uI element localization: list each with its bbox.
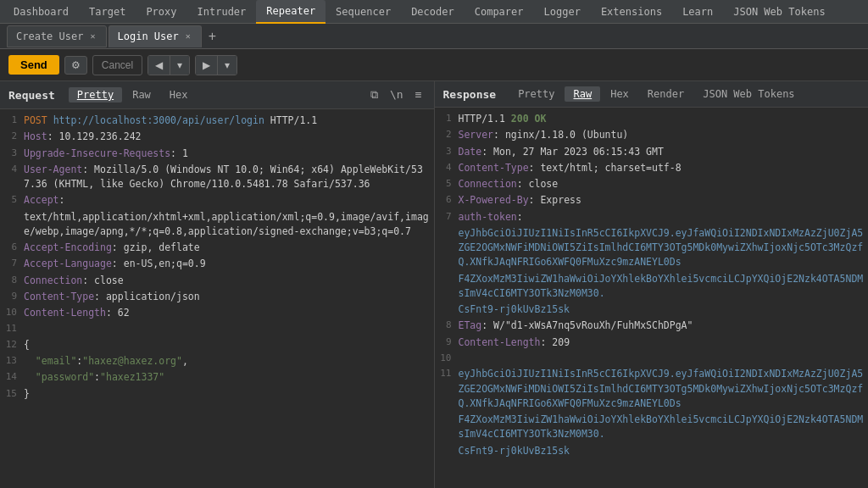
- table-row: 4 Content-Type: text/html; charset=utf-8: [435, 160, 869, 176]
- request-panel-header: Request Pretty Raw Hex ⧉ \n ≡: [0, 81, 434, 109]
- request-panel-content: 1 POST http://localhost:3000/api/user/lo…: [0, 109, 434, 488]
- request-tab-hex[interactable]: Hex: [161, 87, 197, 103]
- tab-login-user-label: Login User: [118, 30, 179, 42]
- table-row: 7 Accept-Language: en-US,en;q=0.9: [0, 256, 434, 272]
- response-tab-hex[interactable]: Hex: [602, 86, 637, 102]
- table-row: F4ZXoxMzM3IiwiZW1haWwiOiJoYXhlekBoYXhlei…: [435, 271, 869, 302]
- nav-dashboard[interactable]: Dashboard: [3, 0, 79, 24]
- toolbar: Send ⚙ Cancel ◀ ▾ ▶ ▾: [0, 49, 868, 81]
- table-row: 8 ETag: W/"d1-xWsA7nq5vRouXh/FuhMxSChDPg…: [435, 318, 869, 334]
- request-tab-pretty[interactable]: Pretty: [69, 87, 122, 103]
- nav-intruder[interactable]: Intruder: [187, 0, 257, 24]
- tab-bar: Create User ✕ Login User ✕ +: [0, 24, 868, 49]
- top-nav: Dashboard Target Proxy Intruder Repeater…: [0, 0, 868, 24]
- nav-forward-buttons: ▶ ▾: [195, 55, 237, 75]
- table-row: 2 Server: nginx/1.18.0 (Ubuntu): [435, 127, 869, 143]
- nav-forward-button[interactable]: ▶: [196, 56, 218, 75]
- table-row: 15 }: [0, 386, 434, 402]
- tab-create-user[interactable]: Create User ✕: [7, 25, 107, 47]
- tab-create-user-close[interactable]: ✕: [88, 31, 97, 41]
- settings-button[interactable]: ⚙: [64, 56, 87, 75]
- table-row: 7 auth-token:: [435, 209, 869, 225]
- table-row: 11: [0, 321, 434, 337]
- response-tab-jwt[interactable]: JSON Web Tokens: [694, 86, 803, 102]
- table-row: 3 Upgrade-Insecure-Requests: 1: [0, 146, 434, 162]
- table-row: 10 Content-Length: 62: [0, 305, 434, 321]
- tab-login-user-close[interactable]: ✕: [184, 31, 192, 41]
- nav-logger[interactable]: Logger: [534, 0, 591, 24]
- nav-decoder[interactable]: Decoder: [401, 0, 465, 24]
- nav-extensions[interactable]: Extensions: [591, 0, 672, 24]
- response-panel-tabs: Pretty Raw Hex Render JSON Web Tokens: [509, 86, 860, 102]
- nav-learn[interactable]: Learn: [672, 0, 723, 24]
- response-panel-title: Response: [443, 88, 497, 101]
- table-row: 10: [435, 351, 869, 367]
- response-tab-render[interactable]: Render: [639, 86, 693, 102]
- request-more-icon[interactable]: ≡: [412, 86, 426, 103]
- tab-create-user-label: Create User: [16, 30, 83, 42]
- table-row: 6 X-Powered-By: Express: [435, 192, 869, 208]
- add-tab-button[interactable]: +: [203, 25, 221, 47]
- request-copy-icon[interactable]: ⧉: [367, 86, 381, 103]
- nav-json-web-tokens[interactable]: JSON Web Tokens: [723, 0, 835, 24]
- table-row: 6 Accept-Encoding: gzip, deflate: [0, 240, 434, 256]
- response-tab-pretty[interactable]: Pretty: [509, 86, 563, 102]
- response-panel: Response Pretty Raw Hex Render JSON Web …: [435, 81, 869, 488]
- nav-proxy[interactable]: Proxy: [136, 0, 186, 24]
- table-row: CsFnt9-rj0kUvBz15sk: [435, 443, 869, 459]
- table-row: 9 Content-Length: 209: [435, 335, 869, 351]
- main-area: Request Pretty Raw Hex ⧉ \n ≡ 1 POST htt…: [0, 81, 868, 488]
- table-row: 4 User-Agent: Mozilla/5.0 (Windows NT 10…: [0, 162, 434, 193]
- table-row: 5 Accept:: [0, 192, 434, 208]
- table-row: 12 {: [0, 337, 434, 353]
- request-panel-title: Request: [8, 89, 55, 102]
- request-panel: Request Pretty Raw Hex ⧉ \n ≡ 1 POST htt…: [0, 81, 435, 488]
- response-panel-content: 1 HTTP/1.1 200 OK 2 Server: nginx/1.18.0…: [435, 108, 869, 488]
- nav-sequencer[interactable]: Sequencer: [326, 0, 401, 24]
- tab-login-user[interactable]: Login User ✕: [108, 25, 202, 47]
- table-row: CsFnt9-rj0kUvBz15sk: [435, 302, 869, 318]
- table-row: 9 Content-Type: application/json: [0, 289, 434, 305]
- response-tab-raw[interactable]: Raw: [565, 86, 600, 102]
- table-row: text/html,application/xhtml+xml,applicat…: [0, 209, 434, 241]
- table-row: F4ZXoxMzM3IiwiZW1haWwiOiJoYXhlekBoYXhlei…: [435, 412, 869, 443]
- request-panel-icons: ⧉ \n ≡: [367, 86, 425, 103]
- nav-next-button[interactable]: ▾: [218, 56, 236, 75]
- table-row: 3 Date: Mon, 27 Mar 2023 06:15:43 GMT: [435, 144, 869, 160]
- table-row: 1 HTTP/1.1 200 OK: [435, 111, 869, 127]
- send-button[interactable]: Send: [8, 55, 59, 75]
- cancel-button[interactable]: Cancel: [92, 55, 142, 75]
- nav-back-button[interactable]: ◀: [148, 56, 170, 75]
- nav-buttons: ◀ ▾: [147, 55, 190, 75]
- table-row: 8 Connection: close: [0, 273, 434, 289]
- nav-prev-button[interactable]: ▾: [170, 56, 189, 75]
- response-panel-header: Response Pretty Raw Hex Render JSON Web …: [435, 81, 869, 108]
- table-row: 11 eyJhbGciOiJIUzI1NiIsInR5cCI6IkpXVCJ9.…: [435, 366, 869, 412]
- nav-repeater[interactable]: Repeater: [256, 0, 326, 24]
- table-row: 1 POST http://localhost:3000/api/user/lo…: [0, 113, 434, 129]
- table-row: 2 Host: 10.129.236.242: [0, 129, 434, 145]
- nav-comparer[interactable]: Comparer: [465, 0, 534, 24]
- table-row: eyJhbGciOiJIUzI1NiIsInR5cCI6IkpXVCJ9.eyJ…: [435, 225, 869, 271]
- request-panel-tabs: Pretty Raw Hex: [69, 87, 367, 103]
- table-row: 13 "email":"haxez@haxez.org",: [0, 353, 434, 369]
- nav-target[interactable]: Target: [79, 0, 136, 24]
- request-tab-raw[interactable]: Raw: [124, 87, 159, 103]
- table-row: 14 "password":"haxez1337": [0, 369, 434, 385]
- request-newline-icon[interactable]: \n: [387, 86, 407, 103]
- table-row: 5 Connection: close: [435, 176, 869, 192]
